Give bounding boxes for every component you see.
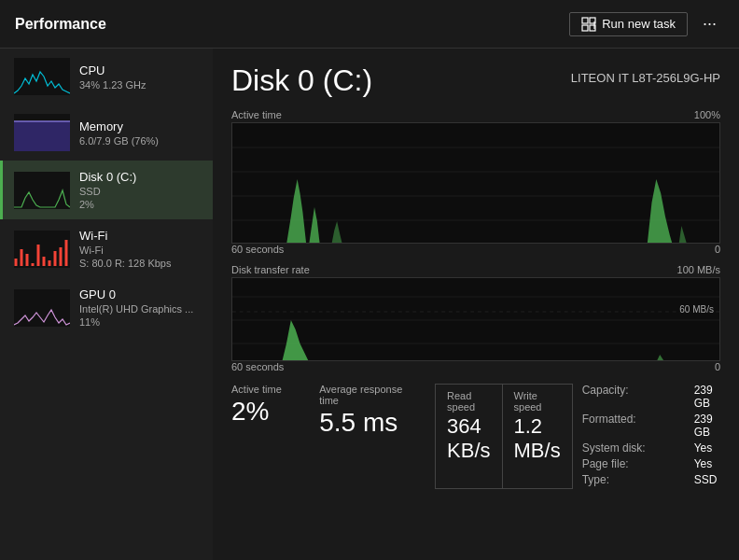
svg-rect-33 [232, 278, 719, 361]
run-new-task-label: Run new task [602, 17, 676, 31]
sidebar: CPU 34% 1.23 GHz Memory 6.0/7.9 GB (76%) [0, 49, 213, 560]
avg-response-label: Average response time [319, 384, 416, 406]
memory-info: Memory 6.0/7.9 GB (76%) [79, 119, 202, 147]
gpu0-model: Intel(R) UHD Graphics ... [79, 303, 202, 315]
svg-rect-2 [582, 25, 588, 31]
active-time-label: Active time [231, 384, 300, 395]
active-time-value: 2% [231, 397, 300, 427]
sidebar-item-gpu0[interactable]: GPU 0 Intel(R) UHD Graphics ... 11% [0, 278, 213, 337]
chart2-min: 0 [715, 361, 720, 372]
memory-name: Memory [79, 119, 202, 133]
gpu0-pct: 11% [79, 316, 202, 328]
content-header: Disk 0 (C:) LITEON IT L8T-256L9G-HP [231, 63, 720, 98]
chart2-header: Disk transfer rate 100 MB/s [231, 264, 720, 275]
chart2-footer: 60 seconds 0 [231, 361, 720, 372]
cpu-name: CPU [79, 63, 202, 77]
svg-rect-0 [582, 18, 588, 23]
disk0-pct: 2% [79, 199, 202, 210]
svg-rect-8 [14, 121, 70, 151]
read-speed-block: Read speed 364 KB/s [436, 385, 502, 488]
stats-grid: Active time 2% Average response time 5.5… [231, 384, 720, 489]
avg-response-value: 5.5 ms [319, 408, 416, 438]
more-icon: ··· [703, 14, 717, 33]
system-disk-val: Yes [694, 441, 713, 455]
main-layout: CPU 34% 1.23 GHz Memory 6.0/7.9 GB (76%) [0, 49, 739, 560]
svg-rect-23 [232, 123, 719, 244]
active-time-chart [231, 122, 720, 244]
svg-rect-22 [14, 289, 70, 327]
active-time-chart-section: Active time 100% [231, 109, 720, 255]
memory-mini-chart [14, 114, 70, 151]
chart2-sub-label: 60 MB/s [679, 304, 714, 315]
app-title: Performance [15, 16, 106, 33]
content-area: Disk 0 (C:) LITEON IT L8T-256L9G-HP Acti… [213, 49, 739, 560]
active-time-stat: Active time 2% [231, 384, 319, 489]
chart1-header: Active time 100% [231, 109, 720, 120]
cpu-mini-chart [14, 58, 70, 95]
disk-mini-chart [14, 172, 70, 209]
page-file-row: Page file: Yes [582, 457, 720, 470]
disk-title: Disk 0 (C:) [231, 63, 372, 98]
capacity-val: 239 GB [694, 384, 720, 410]
svg-rect-6 [14, 58, 70, 95]
write-speed-value: 1.2 MB/s [514, 414, 561, 463]
cpu-info: CPU 34% 1.23 GHz [79, 63, 202, 91]
gpu0-info: GPU 0 Intel(R) UHD Graphics ... 11% [79, 287, 202, 328]
wifi-mini-chart [14, 231, 70, 268]
write-speed-block: Write speed 1.2 MB/s [503, 385, 572, 488]
wifi-type: Wi-Fi [79, 245, 202, 256]
avg-response-stat: Average response time 5.5 ms [319, 384, 435, 489]
disk0-type: SSD [79, 186, 202, 197]
speed-block: Read speed 364 KB/s Write speed 1.2 MB/s [435, 384, 573, 489]
type-key: Type: [582, 473, 694, 486]
system-disk-key: System disk: [582, 441, 694, 455]
run-new-task-button[interactable]: Run new task [569, 12, 688, 36]
chart2-time-label: 60 seconds [231, 361, 284, 372]
chart2-max: 100 MB/s [677, 264, 720, 275]
chart1-time-label: 60 seconds [231, 244, 284, 255]
disk-info-grid: Capacity: 239 GB Formatted: 239 GB Syste… [573, 384, 720, 489]
more-options-button[interactable]: ··· [695, 10, 724, 37]
read-speed-label: Read speed [447, 390, 490, 413]
wifi-name: Wi-Fi [79, 229, 202, 243]
chart1-footer: 60 seconds 0 [231, 244, 720, 255]
disk-model: LITEON IT L8T-256L9G-HP [571, 71, 720, 85]
header: Performance Run new task ··· [0, 0, 739, 49]
memory-detail: 6.0/7.9 GB (76%) [79, 135, 202, 147]
chart2-label: Disk transfer rate [231, 264, 310, 275]
disk-title-block: Disk 0 (C:) [231, 63, 372, 98]
sidebar-item-memory[interactable]: Memory 6.0/7.9 GB (76%) [0, 105, 213, 161]
capacity-key: Capacity: [582, 384, 694, 410]
run-task-icon [581, 17, 596, 32]
sidebar-item-cpu[interactable]: CPU 34% 1.23 GHz [0, 49, 213, 105]
wifi-info: Wi-Fi Wi-Fi S: 80.0 R: 128 Kbps [79, 229, 202, 269]
chart1-max: 100% [694, 109, 720, 120]
chart1-min: 0 [715, 244, 720, 255]
formatted-val: 239 GB [694, 413, 720, 439]
capacity-row: Capacity: 239 GB [582, 384, 720, 410]
page-file-val: Yes [694, 457, 713, 470]
gpu-mini-chart [14, 289, 70, 327]
formatted-row: Formatted: 239 GB [582, 413, 720, 439]
type-row: Type: SSD [582, 473, 720, 486]
gpu0-name: GPU 0 [79, 287, 202, 301]
system-disk-row: System disk: Yes [582, 441, 720, 455]
cpu-detail: 34% 1.23 GHz [79, 79, 202, 91]
header-actions: Run new task ··· [569, 10, 724, 37]
formatted-key: Formatted: [582, 413, 694, 439]
disk0-name: Disk 0 (C:) [79, 170, 202, 184]
chart1-label: Active time [231, 109, 282, 120]
sidebar-item-disk0[interactable]: Disk 0 (C:) SSD 2% [0, 161, 213, 219]
transfer-rate-chart: 60 MB/s [231, 277, 720, 361]
disk0-info: Disk 0 (C:) SSD 2% [79, 170, 202, 210]
wifi-speed: S: 80.0 R: 128 Kbps [79, 258, 202, 269]
write-speed-label: Write speed [514, 390, 561, 413]
transfer-rate-chart-section: Disk transfer rate 100 MB/s 60 MB [231, 264, 720, 372]
read-speed-value: 364 KB/s [447, 414, 490, 463]
type-val: SSD [694, 473, 718, 486]
sidebar-item-wifi[interactable]: Wi-Fi Wi-Fi S: 80.0 R: 128 Kbps [0, 219, 213, 278]
page-file-key: Page file: [582, 457, 694, 470]
